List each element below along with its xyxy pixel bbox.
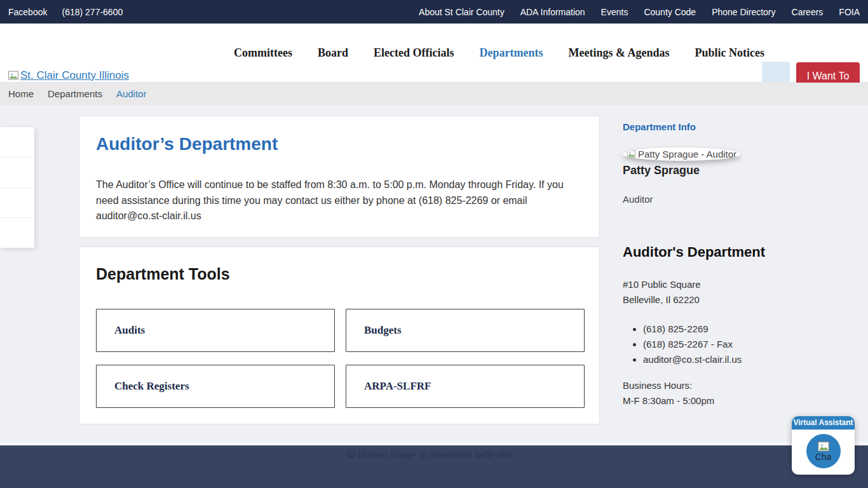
page: Facebook (618) 277-6600 About St Clair C… (0, 0, 868, 488)
flyout-cell[interactable] (0, 188, 34, 219)
side-flyout-panel (0, 127, 34, 248)
chat-launcher-button[interactable]: Cha (806, 434, 841, 468)
department-info-sidebar: Department Info Patty Sprague - Auditor … (623, 116, 792, 409)
nav-item-board[interactable]: Board (318, 46, 348, 60)
tool-label: Check Registers (114, 380, 189, 393)
contact-list: (618) 825-2269 (618) 825-2267 - Fax audi… (623, 322, 792, 367)
topbar-link-county-code[interactable]: County Code (644, 7, 696, 17)
business-hours-label: Business Hours: (623, 378, 792, 393)
sidebar-heading: Department Info (623, 121, 792, 132)
address-line-1: #10 Public Square (623, 277, 792, 292)
nav-item-public-notices[interactable]: Public Notices (695, 46, 764, 60)
footer-image-broken: blurred image of downtown belleville (346, 449, 512, 460)
chat-image-alt-text: Cha (815, 452, 832, 462)
topbar-link-foia[interactable]: FOIA (839, 7, 860, 17)
tools-grid: Audits Budgets Check Registers ARPA-SLFR… (96, 309, 583, 408)
address-line-2: Belleville, Il 62220 (623, 292, 792, 308)
nav-item-committees[interactable]: Committees (234, 46, 292, 60)
nav-items: Committees Board Elected Officials Depar… (234, 24, 764, 83)
tool-check-registers[interactable]: Check Registers (96, 365, 335, 408)
broken-image-icon (346, 450, 356, 459)
topbar-right-group: About St Clair County ADA Information Ev… (419, 7, 860, 17)
topbar-link-ada[interactable]: ADA Information (520, 7, 585, 17)
broken-image-icon (817, 440, 830, 453)
business-hours-value: M-F 8:30am - 5:00pm (623, 393, 792, 409)
breadcrumb-auditor: Auditor (116, 88, 147, 99)
contact-phone: (618) 825-2269 (643, 322, 792, 337)
department-intro-card: Auditor’s Department The Auditor’s Offic… (79, 116, 600, 238)
site-logo-alt-text: St. Clair County Illinois (20, 69, 129, 82)
footer-image-alt-text: blurred image of downtown belleville (358, 449, 512, 460)
facebook-link[interactable]: Facebook (8, 7, 47, 17)
person-name: Patty Sprague (623, 164, 792, 177)
virtual-assistant-title: Virtual Assistant (792, 416, 855, 430)
nav-item-elected-officials[interactable]: Elected Officials (374, 46, 454, 60)
flyout-cell[interactable] (0, 218, 34, 248)
breadcrumb-home[interactable]: Home (8, 88, 34, 99)
sidebar-department-heading: Auditor's Department (623, 244, 792, 261)
flyout-cell[interactable] (0, 158, 34, 188)
contact-fax: (618) 825-2267 - Fax (643, 337, 792, 352)
broken-image-icon (627, 149, 636, 159)
footer: blurred image of downtown belleville (0, 445, 868, 488)
topbar-link-events[interactable]: Events (601, 7, 628, 17)
tool-budgets[interactable]: Budgets (346, 309, 585, 352)
broken-image-icon (8, 70, 19, 81)
person-photo-broken: Patty Sprague - Auditor (623, 147, 740, 161)
county-phone-number: (618) 277-6600 (62, 7, 123, 17)
person-photo-alt-text: Patty Sprague - Auditor (638, 149, 736, 159)
topbar-link-careers[interactable]: Careers (792, 7, 824, 17)
breadcrumb: Home Departments Auditor (0, 83, 868, 105)
topbar-left-group: Facebook (618) 277-6600 (8, 7, 123, 17)
top-utility-bar: Facebook (618) 277-6600 About St Clair C… (0, 0, 868, 24)
department-tools-card: Department Tools Audits Budgets Check Re… (79, 247, 600, 424)
tool-arpa-slfrf[interactable]: ARPA-SLFRF (346, 365, 585, 408)
breadcrumb-departments[interactable]: Departments (48, 88, 102, 99)
main-navbar: St. Clair County Illinois Committees Boa… (0, 24, 868, 83)
topbar-link-about[interactable]: About St Clair County (419, 7, 505, 17)
tool-label: Budgets (364, 324, 402, 337)
department-tools-title: Department Tools (96, 265, 583, 283)
department-address: #10 Public Square Belleville, Il 62220 (623, 277, 792, 308)
topbar-link-phone-directory[interactable]: Phone Directory (712, 7, 775, 17)
site-logo-link[interactable]: St. Clair County Illinois (8, 69, 129, 82)
tool-label: ARPA-SLFRF (364, 380, 431, 393)
nav-item-departments[interactable]: Departments (479, 46, 543, 60)
contact-email[interactable]: auditor@co.st-clair.il.us (643, 352, 792, 367)
person-role: Auditor (623, 194, 792, 205)
nav-item-meetings-agendas[interactable]: Meetings & Agendas (568, 46, 669, 60)
tool-audits[interactable]: Audits (96, 309, 335, 352)
virtual-assistant-widget: Virtual Assistant Cha (792, 416, 855, 475)
tool-label: Audits (114, 324, 145, 337)
page-title: Auditor’s Department (96, 134, 583, 154)
flyout-cell[interactable] (0, 127, 34, 158)
department-intro-text: The Auditor’s Office will continue to be… (96, 177, 571, 224)
